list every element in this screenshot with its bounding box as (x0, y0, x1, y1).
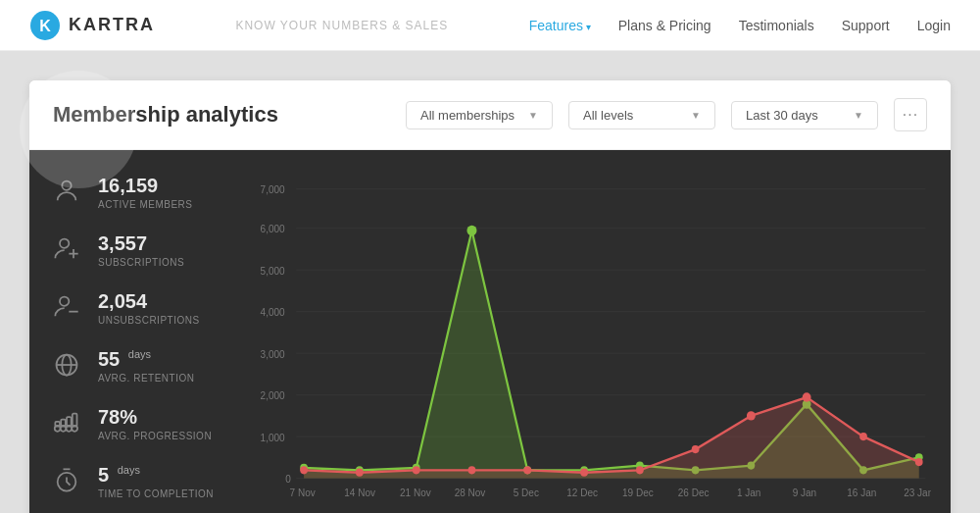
svg-point-15 (55, 426, 61, 432)
logo-area: K KARTRA (29, 10, 155, 41)
stat-unsubscriptions: 2,054 UNSUBSCRIPTIONS (49, 289, 225, 326)
y-label-2000: 2,000 (261, 390, 285, 401)
progression-label: AVRG. PROGRESSION (98, 431, 212, 441)
levels-filter-arrow: ▼ (691, 110, 701, 121)
x-label-12dec: 12 Dec (566, 487, 598, 498)
unsub-dot-3 (413, 466, 420, 474)
unsub-dot-6 (580, 469, 588, 477)
unsubscriptions-label: UNSUBSCRIPTIONS (98, 315, 200, 326)
stat-active-members-info: 16,159 ACTIVE MEMBERS (98, 174, 192, 210)
svg-point-18 (72, 426, 77, 432)
navbar: K KARTRA KNOW YOUR NUMBERS & SALES Featu… (0, 0, 980, 51)
nav-links: Features Plans & Pricing Testimonials Su… (529, 17, 951, 34)
unsub-dot-1 (300, 466, 308, 474)
x-label-9jan: 9 Jan (793, 487, 817, 498)
x-label-19dec: 19 Dec (622, 487, 654, 498)
person-remove-icon (49, 289, 84, 325)
nav-link-support[interactable]: Support (842, 18, 890, 33)
active-members-number: 16,159 (98, 174, 192, 197)
svg-point-6 (60, 297, 69, 306)
svg-rect-14 (73, 414, 77, 427)
person-add-icon (49, 231, 84, 267)
retention-number: 55 days (98, 347, 194, 371)
x-label-28nov: 28 Nov (455, 487, 487, 498)
x-label-23jan: 23 Jan (904, 487, 931, 498)
stat-retention: 55 days AVRG. RETENTION (49, 347, 225, 384)
period-filter-label: Last 30 days (746, 108, 818, 123)
unsub-dot-11 (859, 433, 867, 440)
stat-active-members: 16,159 ACTIVE MEMBERS (49, 174, 225, 210)
nav-item-testimonials[interactable]: Testimonials (739, 17, 814, 34)
card-title: Membership analytics (53, 102, 390, 128)
svg-text:K: K (39, 18, 51, 34)
nav-link-login[interactable]: Login (917, 18, 951, 33)
stat-retention-info: 55 days AVRG. RETENTION (98, 347, 194, 384)
stat-progression: 78% AVRG. PROGRESSION (49, 405, 225, 441)
subscriptions-label: SUBSCRIPTIONS (98, 257, 184, 268)
membership-filter-arrow: ▼ (528, 110, 538, 121)
unsub-dot-9 (747, 411, 756, 420)
membership-filter[interactable]: All memberships ▼ (406, 101, 553, 129)
x-label-26dec: 26 Dec (678, 487, 710, 498)
stat-subscriptions-info: 3,557 SUBSCRIPTIONS (98, 231, 184, 268)
unsub-dot-2 (356, 469, 364, 477)
subscriptions-number: 3,557 (98, 231, 184, 255)
nav-link-testimonials[interactable]: Testimonials (739, 18, 814, 33)
nav-item-login[interactable]: Login (917, 17, 951, 34)
timer-icon (49, 463, 84, 498)
sub-dot-4 (466, 226, 476, 236)
unsubscriptions-number: 2,054 (98, 289, 200, 313)
unsub-dot-7 (636, 466, 644, 474)
nav-item-support[interactable]: Support (842, 17, 890, 34)
chart-area: .grid-line { stroke: #3d3d3d; stroke-wid… (245, 150, 951, 513)
stat-completion-info: 5 days TIME TO COMPLETION (98, 463, 214, 499)
x-label-14nov: 14 Nov (344, 487, 376, 498)
svg-point-16 (61, 426, 67, 432)
stat-unsubscriptions-info: 2,054 UNSUBSCRIPTIONS (98, 289, 200, 326)
svg-point-3 (60, 239, 69, 248)
active-members-label: ACTIVE MEMBERS (98, 199, 192, 210)
stats-panel: 16,159 ACTIVE MEMBERS 3,557 SUBSCRIPTION… (29, 150, 245, 513)
y-label-0: 0 (285, 474, 291, 485)
x-label-1jan: 1 Jan (737, 487, 761, 498)
completion-label: TIME TO COMPLETION (98, 488, 214, 499)
y-label-3000: 3,000 (261, 349, 285, 360)
analytics-card: Membership analytics All memberships ▼ A… (29, 80, 951, 513)
nav-link-features[interactable]: Features (529, 18, 591, 33)
period-filter[interactable]: Last 30 days ▼ (731, 101, 878, 129)
levels-filter[interactable]: All levels ▼ (568, 101, 715, 129)
nav-tagline: KNOW YOUR NUMBERS & SALES (155, 19, 529, 32)
unsub-dot-12 (915, 458, 923, 466)
unsubscriptions-area (304, 397, 919, 479)
progression-number: 78% (98, 405, 212, 429)
x-label-16jan: 16 Jan (847, 487, 876, 498)
nav-item-features[interactable]: Features (529, 17, 591, 34)
analytics-chart: .grid-line { stroke: #3d3d3d; stroke-wid… (255, 166, 931, 513)
x-label-7nov: 7 Nov (290, 487, 317, 498)
unsub-dot-10 (803, 392, 811, 401)
progress-icon (49, 405, 84, 440)
svg-point-2 (62, 181, 71, 190)
y-label-6000: 6,000 (261, 224, 285, 234)
unsub-dot-4 (468, 466, 476, 474)
logo-text: KARTRA (69, 15, 155, 35)
completion-number: 5 days (98, 463, 214, 487)
more-options-button[interactable]: ··· (894, 98, 927, 131)
x-label-5dec: 5 Dec (514, 487, 539, 498)
y-label-4000: 4,000 (261, 307, 285, 318)
levels-filter-label: All levels (583, 108, 633, 123)
page-background: Membership analytics All memberships ▼ A… (0, 51, 980, 513)
stat-progression-info: 78% AVRG. PROGRESSION (98, 405, 212, 441)
unsub-dot-8 (692, 445, 700, 453)
nav-link-pricing[interactable]: Plans & Pricing (618, 18, 711, 33)
card-body: 16,159 ACTIVE MEMBERS 3,557 SUBSCRIPTION… (29, 150, 951, 513)
retention-label: AVRG. RETENTION (98, 373, 194, 384)
stat-completion: 5 days TIME TO COMPLETION (49, 463, 225, 499)
period-filter-arrow: ▼ (854, 110, 863, 121)
globe-icon (49, 347, 84, 383)
unsub-dot-5 (523, 466, 531, 474)
kartra-logo-icon: K (29, 10, 61, 41)
card-header: Membership analytics All memberships ▼ A… (29, 80, 951, 150)
y-label-7000: 7,000 (261, 184, 285, 195)
nav-item-pricing[interactable]: Plans & Pricing (618, 17, 711, 34)
